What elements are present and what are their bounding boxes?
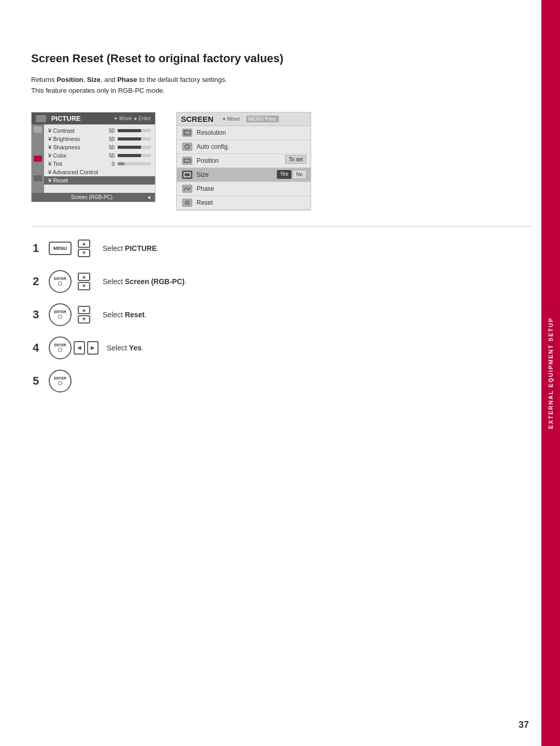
icon-block-1 — [34, 126, 42, 133]
enter-button-4[interactable]: ENTER — [49, 336, 72, 359]
svg-rect-3 — [184, 159, 190, 162]
enter-button-3[interactable]: ENTER — [49, 303, 72, 326]
picture-menu-icons-col — [32, 124, 44, 193]
nav-lr-4: ◀ ▶ — [74, 341, 99, 355]
nav-left-4[interactable]: ◀ — [74, 341, 85, 355]
sidebar-label: EXTERNAL EQUIPMENT SETUP — [548, 317, 554, 429]
no-button[interactable]: No — [292, 170, 306, 179]
picture-menu-body: ¥ Contrast 50 ¥ Brightness 50 ¥ Sharpnes… — [32, 124, 155, 193]
step-1-buttons: MENU ▲ ▼ — [49, 237, 94, 260]
step-4-buttons: ENTER ◀ ▶ — [49, 336, 99, 359]
svg-rect-0 — [184, 131, 190, 135]
picture-menu-footer: Screen (RGB-PC) ● — [32, 193, 155, 202]
step-3-buttons: ENTER ▲ ▼ — [49, 303, 94, 326]
yes-button[interactable]: Yes — [277, 170, 291, 179]
nav-updown-1: ▲ ▼ — [74, 237, 94, 260]
position-icon — [182, 157, 192, 165]
phase-label: Phase — [197, 185, 214, 192]
nav-right-4[interactable]: ▶ — [87, 341, 99, 355]
contrast-bar — [118, 129, 151, 132]
subtitle-line2: This feature operates only in RGB-PC mod… — [31, 87, 165, 94]
step-3-number: 3 — [31, 308, 40, 321]
step-5-number: 5 — [31, 374, 40, 388]
reset-label: Reset — [197, 199, 213, 206]
step-2-buttons: ENTER ▲ ▼ — [49, 270, 94, 293]
footer-icon: ● — [148, 194, 151, 200]
enter-button-5[interactable]: ENTER — [49, 370, 72, 392]
screenshots-row: PICTURE ✦ Move ● Enter — [31, 112, 534, 210]
nav-up-2[interactable]: ▲ — [78, 273, 90, 281]
step-1-number: 1 — [31, 242, 40, 255]
screen-menu: SCREEN ✦ Move MENU Prev. Resolution Auto… — [176, 112, 311, 210]
svg-point-2 — [185, 145, 189, 149]
menu-item-contrast: ¥ Contrast 50 — [44, 126, 155, 135]
yes-no-box: Yes No — [277, 170, 306, 179]
nav-updown-2: ▲ ▼ — [74, 270, 94, 293]
svg-point-5 — [186, 201, 189, 204]
steps-container: 1 MENU ▲ ▼ Select PICTURE. 2 ENTER ▲ — [31, 237, 534, 392]
resolution-icon — [182, 129, 192, 137]
subtitle-comma2: , and — [101, 76, 118, 83]
brightness-bar — [118, 137, 151, 140]
step-5-buttons: ENTER — [49, 370, 72, 392]
color-bar — [118, 154, 151, 157]
move-icon: ✦ Move — [114, 116, 132, 121]
tint-bar — [118, 162, 151, 165]
step-4-text: Select Yes. — [107, 344, 144, 352]
step-2-text: Select Screen (RGB-PC). — [103, 277, 187, 286]
nav-up-3[interactable]: ▲ — [78, 306, 90, 314]
nav-down-2[interactable]: ▼ — [78, 282, 90, 290]
icon-block-4 — [34, 156, 42, 162]
icon-block-7 — [34, 185, 42, 191]
subtitle: Returns Position, Size, and Phase to the… — [31, 75, 534, 96]
screen-item-position: Position To set — [177, 154, 311, 168]
subtitle-size: Size — [87, 76, 101, 83]
step-1: 1 MENU ▲ ▼ Select PICTURE. — [31, 237, 534, 260]
enter-button-2[interactable]: ENTER — [49, 270, 72, 293]
page-title: Screen Reset (Reset to original factory … — [31, 52, 534, 65]
subtitle-phase: Phase — [117, 76, 137, 83]
step-4: 4 ENTER ◀ ▶ Select Yes. — [31, 336, 534, 359]
subtitle-comma1: , — [83, 76, 87, 83]
screen-prev: MENU Prev. — [246, 116, 279, 122]
picture-menu-nav: ✦ Move ● Enter — [114, 116, 151, 121]
menu-item-color: ¥ Color 50 — [44, 151, 155, 160]
divider — [31, 226, 534, 227]
subtitle-line1-prefix: Returns — [31, 76, 57, 83]
screen-menu-title: SCREEN — [181, 115, 214, 123]
size-label: Size — [197, 171, 208, 178]
menu-item-tint: ¥ Tint 0 — [44, 160, 155, 168]
step-3-text: Select Reset. — [103, 311, 147, 319]
screen-item-autoconfig: Auto config. — [177, 140, 311, 154]
picture-menu-header: PICTURE ✦ Move ● Enter — [32, 112, 155, 125]
menu-button[interactable]: MENU — [49, 242, 72, 255]
nav-updown-3: ▲ ▼ — [74, 303, 94, 326]
nav-down-3[interactable]: ▼ — [78, 315, 90, 323]
page-number: 37 — [519, 720, 529, 730]
icon-block-6 — [34, 175, 42, 181]
step-3: 3 ENTER ▲ ▼ Select Reset. — [31, 303, 534, 326]
sharpness-bar — [118, 146, 151, 149]
screen-nav: ✦ Move — [222, 116, 240, 122]
autoconfig-label: Auto config. — [197, 143, 229, 150]
icon-block-3 — [34, 145, 41, 152]
nav-up-1[interactable]: ▲ — [78, 240, 90, 248]
position-label: Position — [197, 157, 219, 164]
picture-menu: PICTURE ✦ Move ● Enter — [31, 112, 156, 203]
menu-item-reset: ¥ Reset — [44, 176, 155, 185]
screen-item-reset: Reset — [177, 196, 311, 210]
autoconfig-icon — [182, 143, 192, 151]
icon-block-2 — [34, 136, 42, 142]
screen-item-resolution: Resolution — [177, 126, 311, 140]
svg-rect-4 — [184, 173, 190, 177]
phase-icon — [182, 185, 192, 193]
menu-item-advanced: ¥ Advanced Control — [44, 168, 155, 176]
step-5: 5 ENTER — [31, 370, 534, 392]
size-icon — [182, 171, 192, 179]
nav-down-1[interactable]: ▼ — [78, 249, 90, 257]
step-2: 2 ENTER ▲ ▼ Select Screen (RGB-PC). — [31, 270, 534, 293]
step-2-number: 2 — [31, 275, 40, 288]
subtitle-position: Position — [57, 76, 83, 83]
menu-item-brightness: ¥ Brightness 50 — [44, 135, 155, 143]
main-content: Screen Reset (Reset to original factory … — [31, 52, 534, 715]
